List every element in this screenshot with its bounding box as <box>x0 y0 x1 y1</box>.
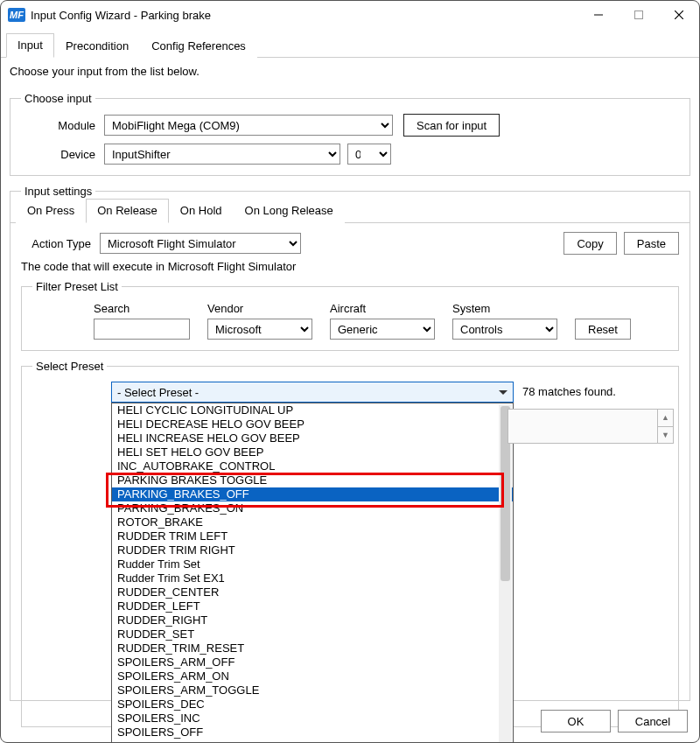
spinner-down-icon[interactable]: ▼ <box>657 426 673 444</box>
search-input[interactable] <box>94 319 190 340</box>
preset-item[interactable]: PARKING_BRAKES_OFF <box>112 487 513 501</box>
tab-input[interactable]: Input <box>6 33 54 58</box>
preset-dropdown[interactable]: - Select Preset - <box>111 382 514 403</box>
scan-for-input-button[interactable]: Scan for input <box>403 114 500 137</box>
dialog-footer: OK Cancel <box>541 710 688 732</box>
description-box[interactable]: ▲ ▼ <box>508 409 674 444</box>
preset-item[interactable]: HELI CYCLIC LONGITUDINAL UP <box>112 403 513 417</box>
preset-item[interactable]: RUDDER_RIGHT <box>112 613 513 627</box>
preset-item[interactable]: SPOILERS_ON <box>112 739 513 743</box>
choose-input-group: Choose input Module MobiFlight Mega (COM… <box>10 92 690 176</box>
device-label: Device <box>21 148 104 161</box>
paste-button[interactable]: Paste <box>624 232 679 255</box>
vendor-label: Vendor <box>207 302 312 315</box>
preset-placeholder: - Select Preset - <box>117 386 199 399</box>
preset-item[interactable]: PARKING BRAKES TOGGLE <box>112 473 513 487</box>
close-button[interactable] <box>659 1 699 29</box>
preset-item[interactable]: HELI DECREASE HELO GOV BEEP <box>112 417 513 431</box>
action-type-select[interactable]: Microsoft Flight Simulator <box>100 233 301 254</box>
preset-item[interactable]: RUDDER TRIM LEFT <box>112 529 513 543</box>
svg-rect-0 <box>635 11 643 19</box>
reset-filter-button[interactable]: Reset <box>575 319 631 340</box>
system-label: System <box>452 302 557 315</box>
preset-item[interactable]: INC_AUTOBRAKE_CONTROL <box>112 459 513 473</box>
tab-on-press[interactable]: On Press <box>16 199 86 223</box>
maximize-button <box>619 1 659 29</box>
search-label: Search <box>94 302 190 315</box>
aircraft-select[interactable]: Generic <box>330 319 435 340</box>
device-select[interactable]: InputShifter <box>104 144 340 165</box>
vendor-select[interactable]: Microsoft <box>207 319 312 340</box>
tab-precondition[interactable]: Precondition <box>54 34 140 58</box>
system-select[interactable]: Controls <box>452 319 557 340</box>
preset-item[interactable]: SPOILERS_OFF <box>112 725 513 739</box>
page-subtext: Choose your input from the list below. <box>1 58 699 87</box>
main-tabstrip: Input Precondition Config References <box>1 32 699 58</box>
code-hint: The code that will execute in Microsoft … <box>21 260 679 273</box>
preset-item[interactable]: RUDDER_TRIM_RESET <box>112 641 513 655</box>
ok-button[interactable]: OK <box>541 710 611 732</box>
module-select[interactable]: MobiFlight Mega (COM9) <box>104 115 393 136</box>
preset-item[interactable]: SPOILERS_ARM_TOGGLE <box>112 683 513 697</box>
scrollbar[interactable] <box>499 404 512 743</box>
filter-preset-legend: Filter Preset List <box>32 280 122 293</box>
tab-on-release[interactable]: On Release <box>86 199 169 223</box>
spinner-up-icon[interactable]: ▲ <box>657 410 673 426</box>
preset-item[interactable]: SPOILERS_ARM_ON <box>112 669 513 683</box>
select-preset-legend: Select Preset <box>32 360 107 373</box>
preset-item[interactable]: SPOILERS_DEC <box>112 697 513 711</box>
preset-item[interactable]: ROTOR_BRAKE <box>112 515 513 529</box>
window-title: Input Config Wizard - Parking brake <box>31 9 211 22</box>
preset-item[interactable]: HELI SET HELO GOV BEEP <box>112 445 513 459</box>
preset-item[interactable]: Rudder Trim Set <box>112 557 513 571</box>
device-index-select[interactable]: 0 <box>347 144 391 165</box>
preset-item[interactable]: PARKING_BRAKES_ON <box>112 501 513 515</box>
tab-on-long-release[interactable]: On Long Release <box>234 199 345 223</box>
preset-item[interactable]: SPOILERS_INC <box>112 711 513 725</box>
preset-item[interactable]: HELI INCREASE HELO GOV BEEP <box>112 431 513 445</box>
matches-label: 78 matches found. <box>522 385 616 398</box>
aircraft-label: Aircraft <box>330 302 435 315</box>
tab-on-hold[interactable]: On Hold <box>169 199 234 223</box>
cancel-button[interactable]: Cancel <box>618 710 688 732</box>
preset-item[interactable]: Rudder Trim Set EX1 <box>112 571 513 585</box>
action-type-label: Action Type <box>21 237 91 250</box>
preset-item[interactable]: RUDDER TRIM RIGHT <box>112 543 513 557</box>
preset-item[interactable]: RUDDER_SET <box>112 627 513 641</box>
minimize-button[interactable] <box>578 1 619 29</box>
preset-item[interactable]: SPOILERS_ARM_OFF <box>112 655 513 669</box>
preset-item[interactable]: RUDDER_LEFT <box>112 599 513 613</box>
titlebar: MF Input Config Wizard - Parking brake <box>1 1 699 29</box>
input-settings-legend: Input settings <box>21 185 95 198</box>
preset-item[interactable]: RUDDER_CENTER <box>112 585 513 599</box>
filter-preset-group: Filter Preset List Search Vendor Microso… <box>21 280 679 351</box>
copy-button[interactable]: Copy <box>564 232 616 255</box>
event-tabstrip: On Press On Release On Hold On Long Rele… <box>10 198 690 223</box>
choose-input-legend: Choose input <box>21 92 95 105</box>
tab-config-references[interactable]: Config References <box>140 34 257 58</box>
preset-list[interactable]: HELI CYCLIC LONGITUDINAL UPHELI DECREASE… <box>111 403 514 743</box>
app-icon: MF <box>8 8 25 22</box>
module-label: Module <box>21 119 104 132</box>
